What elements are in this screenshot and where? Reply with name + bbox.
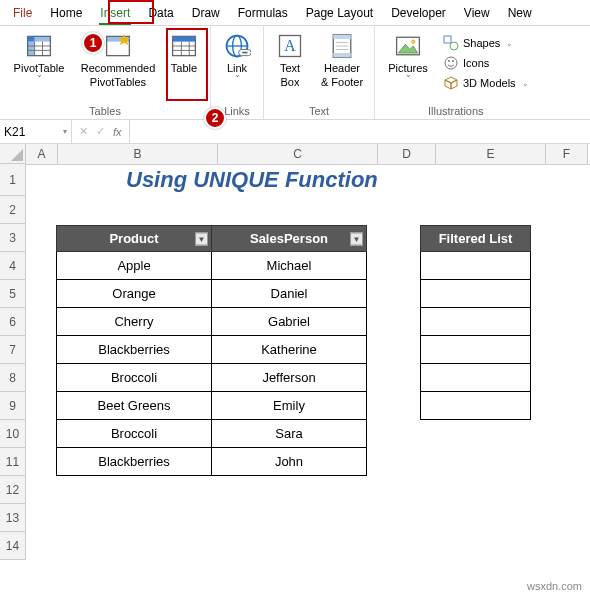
table-button[interactable]: Table: [164, 30, 204, 76]
table-cell[interactable]: Sara: [212, 420, 367, 448]
row-header[interactable]: 1: [0, 164, 26, 196]
shapes-label: Shapes: [463, 37, 500, 49]
column-header[interactable]: A: [26, 144, 58, 164]
cancel-icon[interactable]: ✕: [76, 123, 91, 140]
filtered-cell[interactable]: [421, 280, 531, 308]
table-cell[interactable]: John: [212, 448, 367, 476]
cube-icon: [443, 75, 459, 91]
menu-data[interactable]: Data: [139, 2, 182, 24]
row-header[interactable]: 12: [0, 476, 26, 504]
row-header[interactable]: 6: [0, 308, 26, 336]
table-cell[interactable]: Blackberries: [57, 336, 212, 364]
column-header[interactable]: E: [436, 144, 546, 164]
row-header[interactable]: 4: [0, 252, 26, 280]
table-cell[interactable]: Jefferson: [212, 364, 367, 392]
filtered-list-table: Filtered List: [420, 225, 531, 420]
column-header[interactable]: B: [58, 144, 218, 164]
3d-models-button[interactable]: 3D Models ⌄: [441, 74, 531, 92]
table-label: Table: [171, 62, 197, 74]
filtered-cell[interactable]: [421, 308, 531, 336]
watermark: wsxdn.com: [527, 580, 582, 592]
table-cell[interactable]: Gabriel: [212, 308, 367, 336]
column-header[interactable]: F: [546, 144, 588, 164]
fx-icon[interactable]: fx: [110, 124, 125, 140]
filtered-cell[interactable]: [421, 252, 531, 280]
filtered-cell[interactable]: [421, 392, 531, 420]
filtered-cell[interactable]: [421, 336, 531, 364]
svg-marker-39: [445, 80, 451, 89]
header-footer-icon: [328, 32, 356, 60]
table-cell[interactable]: Broccoli: [57, 364, 212, 392]
shapes-button[interactable]: Shapes ⌄: [441, 34, 531, 52]
column-header[interactable]: D: [378, 144, 436, 164]
chevron-down-icon: ⌄: [36, 70, 43, 79]
table-cell[interactable]: Blackberries: [57, 448, 212, 476]
row-header[interactable]: 9: [0, 392, 26, 420]
table-header-product[interactable]: Product ▼: [57, 226, 212, 252]
menu-formulas[interactable]: Formulas: [229, 2, 297, 24]
row-header[interactable]: 5: [0, 280, 26, 308]
svg-rect-26: [333, 53, 351, 57]
row-header[interactable]: 10: [0, 420, 26, 448]
row-header[interactable]: 2: [0, 196, 26, 224]
header-footer-button[interactable]: Header & Footer: [316, 30, 368, 90]
chevron-down-icon: ▾: [63, 127, 67, 136]
ribbon-group-text: A Text Box Header & Footer Text: [264, 26, 375, 119]
menu-insert[interactable]: Insert: [91, 2, 139, 24]
filtered-cell[interactable]: [421, 364, 531, 392]
row-header[interactable]: 14: [0, 532, 26, 560]
column-header[interactable]: C: [218, 144, 378, 164]
table-cell[interactable]: Apple: [57, 252, 212, 280]
svg-marker-10: [118, 34, 130, 45]
name-box[interactable]: K21 ▾: [0, 120, 72, 143]
icons-button[interactable]: Icons: [441, 54, 531, 72]
sheet-body[interactable]: Using UNIQUE Function Product ▼ SalesPer…: [26, 165, 590, 585]
menu-page-layout[interactable]: Page Layout: [297, 2, 382, 24]
callout-badge-2: 2: [204, 107, 226, 129]
menu-view[interactable]: View: [455, 2, 499, 24]
filter-button[interactable]: ▼: [350, 232, 363, 245]
pictures-button[interactable]: Pictures ⌄: [381, 30, 435, 81]
table-cell[interactable]: Beet Greens: [57, 392, 212, 420]
textbox-button[interactable]: A Text Box: [270, 30, 310, 90]
menu-draw[interactable]: Draw: [183, 2, 229, 24]
select-all-triangle[interactable]: [0, 144, 26, 164]
menu-developer[interactable]: Developer: [382, 2, 455, 24]
enter-icon[interactable]: ✓: [93, 123, 108, 140]
group-label-links: Links: [224, 104, 250, 117]
pivottable-icon: [25, 32, 53, 60]
table-cell[interactable]: Katherine: [212, 336, 367, 364]
filter-button[interactable]: ▼: [195, 232, 208, 245]
formula-input[interactable]: [130, 120, 590, 143]
table-cell[interactable]: Orange: [57, 280, 212, 308]
table-cell[interactable]: Broccoli: [57, 420, 212, 448]
table-row: CherryGabriel: [57, 308, 367, 336]
menu-home[interactable]: Home: [41, 2, 91, 24]
group-label-illustrations: Illustrations: [428, 104, 484, 117]
menu-file[interactable]: File: [4, 2, 41, 24]
svg-point-36: [448, 60, 450, 62]
ribbon-group-illustrations: Pictures ⌄ Shapes ⌄ Icons 3D Models ⌄: [375, 26, 537, 119]
shapes-icon: [443, 35, 459, 51]
table-cell[interactable]: Daniel: [212, 280, 367, 308]
pivottable-button[interactable]: PivotTable ⌄: [6, 30, 72, 81]
row-header[interactable]: 11: [0, 448, 26, 476]
link-button[interactable]: Link ⌄: [217, 30, 257, 81]
row-header[interactable]: 3: [0, 224, 26, 252]
row-header[interactable]: 13: [0, 504, 26, 532]
table-cell[interactable]: Michael: [212, 252, 367, 280]
svg-rect-33: [444, 36, 451, 43]
row-header[interactable]: 8: [0, 364, 26, 392]
table-row: AppleMichael: [57, 252, 367, 280]
svg-marker-38: [445, 77, 457, 83]
table-row: BlackberriesKatherine: [57, 336, 367, 364]
table-cell[interactable]: Emily: [212, 392, 367, 420]
svg-marker-40: [451, 80, 457, 89]
table-header-salesperson[interactable]: SalesPerson ▼: [212, 226, 367, 252]
row-header[interactable]: 7: [0, 336, 26, 364]
menu-new[interactable]: New: [499, 2, 541, 24]
table-cell[interactable]: Cherry: [57, 308, 212, 336]
table-icon: [170, 32, 198, 60]
recommended-pivot-label2: PivotTables: [90, 76, 146, 88]
row-headers: 1234567891011121314: [0, 164, 26, 560]
